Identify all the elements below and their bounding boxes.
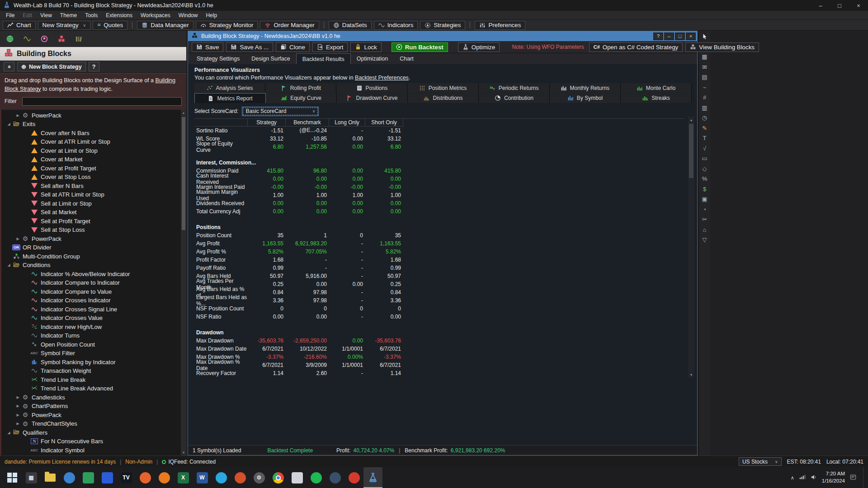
clone-button[interactable]: Clone <box>276 42 310 52</box>
tab-design-surface[interactable]: Design Surface <box>245 54 296 64</box>
tree-item-indicator-new-high-low[interactable]: Indicator new High/Low <box>1 323 181 332</box>
window-close-button[interactable]: × <box>686 33 696 40</box>
expander-expanded-icon[interactable]: ◢ <box>6 431 12 435</box>
scroll-down-icon[interactable]: ▼ <box>688 371 694 378</box>
tree-item-logical-invert[interactable]: Logical Invert <box>1 455 181 455</box>
strategies-head-icon[interactable] <box>41 35 48 42</box>
menu-file[interactable]: File <box>2 11 19 19</box>
visualizer-tab-positions[interactable]: Positions <box>336 83 407 93</box>
tree-item-trend-line-break[interactable]: Trend Line Break <box>1 375 181 385</box>
grid-icon[interactable]: ▦ <box>700 52 709 61</box>
tree-item-multi-condition-group[interactable]: Multi-Condition Group <box>1 252 181 261</box>
menu-theme[interactable]: Theme <box>56 11 81 19</box>
expander-expanded-icon[interactable]: ◢ <box>6 263 12 267</box>
scorecard-select[interactable]: Basic ScoreCard ∨ <box>242 107 319 116</box>
tree-item-chartpatterns[interactable]: ▶⚙ChartPatterns <box>1 402 181 411</box>
visualizer-tab-drawdown-curve[interactable]: Drawdown Curve <box>337 93 408 103</box>
pencil-icon[interactable]: ✎ <box>700 124 709 132</box>
tree-item-trendchartstyles[interactable]: ▶⚙TrendChartStyles <box>1 419 181 428</box>
tree-item-indicator-compare-to-indicator[interactable]: Indicator Compare to Indicator <box>1 278 181 287</box>
taskbar-app-app-green-grid[interactable] <box>79 467 98 488</box>
taskbar-app-brave[interactable] <box>136 467 155 488</box>
network-icon[interactable] <box>799 474 806 482</box>
menu-window[interactable]: Window <box>175 11 202 19</box>
triangle-icon[interactable]: ▽ <box>700 235 709 244</box>
tree-item-or-divider[interactable]: OROR Divider <box>1 243 181 252</box>
taskbar-app-app-orange-circle[interactable] <box>231 467 250 488</box>
mail-icon[interactable]: ✉ <box>700 63 709 71</box>
expander-collapsed-icon[interactable]: ▶ <box>15 395 21 399</box>
tree-item-indicator-above-below-indicator[interactable]: Indicator % Above/Below Indicator <box>1 270 181 279</box>
library-books-icon[interactable] <box>75 35 82 42</box>
tree-item-symbol-filter[interactable]: ABCSymbol Filter <box>1 349 181 358</box>
tree-item-cover-after-n-bars[interactable]: Cover after N Bars <box>1 129 181 138</box>
tree-item-indicator-crosses-indicator[interactable]: Indicator Crosses Indicator <box>1 296 181 305</box>
datasets-globe-icon[interactable] <box>6 35 14 42</box>
tray-expand-icon[interactable]: ∧ <box>791 475 794 481</box>
diamond-icon[interactable]: ◇ <box>700 164 709 173</box>
taskbar-app-steam[interactable] <box>326 467 344 488</box>
notification-center-icon[interactable] <box>850 474 856 482</box>
minimize-button[interactable]: – <box>811 0 830 11</box>
hash-icon[interactable]: # <box>700 93 709 102</box>
scissors-icon[interactable]: ✂ <box>700 215 709 224</box>
filter-input[interactable] <box>22 97 182 106</box>
view-building-blocks-button[interactable]: View Building Blocks <box>685 42 759 52</box>
menu-help[interactable]: Help <box>202 11 221 19</box>
collapse-all-button[interactable]: » <box>4 62 14 71</box>
toolbar-datasets-button[interactable]: DataSets <box>329 21 372 30</box>
scroll-up-icon[interactable]: ▲ <box>688 117 694 123</box>
tree-item-sell-at-profit-target[interactable]: Sell at Profit Target <box>1 217 181 226</box>
open-as-c-coded-strategy-button[interactable]: C#Open as C# Coded Strategy <box>589 42 683 52</box>
taskbar-app-file-explorer[interactable] <box>41 467 60 488</box>
pointer-icon[interactable] <box>700 32 709 41</box>
dollar-icon[interactable]: $ <box>700 185 709 193</box>
taskbar-app-spotify[interactable] <box>307 467 326 488</box>
tree-item-cover-at-stop-loss[interactable]: Cover at Stop Loss <box>1 173 181 182</box>
taskbar-clock[interactable]: 7:20 AM 1/16/2024 <box>822 470 845 484</box>
tree-item-cover-at-market[interactable]: Cover at Market <box>1 155 181 164</box>
tab-chart[interactable]: Chart <box>394 54 420 64</box>
grid2-icon[interactable]: ▣ <box>700 195 709 203</box>
visualizer-tab-analysis-series[interactable]: Analysis Series <box>194 83 265 93</box>
taskbar-app-app-red-circle[interactable] <box>344 467 363 488</box>
visualizer-tab-metrics-report[interactable]: Metrics Report <box>194 93 266 103</box>
taskbar-app-tradingview[interactable]: TV <box>117 467 136 488</box>
visualizer-tab-rolling-profit[interactable]: Rolling Profit <box>265 83 336 93</box>
tree-item-sell-after-n-bars[interactable]: Sell after N Bars <box>1 182 181 191</box>
tab-optimization[interactable]: Optimization <box>351 54 394 64</box>
taskbar-app-firefox[interactable] <box>155 467 174 488</box>
toolbar-preferences-button[interactable]: Preferences <box>475 21 525 30</box>
expander-expanded-icon[interactable]: ◢ <box>6 122 12 126</box>
save-as-button[interactable]: Save As ... <box>226 42 273 52</box>
tab-strategy-settings[interactable]: Strategy Settings <box>191 54 245 64</box>
expander-collapsed-icon[interactable]: ▶ <box>15 404 21 408</box>
new-block-strategy-button[interactable]: ⊕ New Block Strategy <box>17 62 86 71</box>
indicators-wave-icon[interactable] <box>24 35 31 42</box>
visualizer-tab-monthly-returns[interactable]: Monthly Returns <box>550 83 621 93</box>
market-select[interactable]: US Stocks ∨ <box>739 457 782 466</box>
menu-workspaces[interactable]: Workspaces <box>137 11 175 19</box>
menu-view[interactable]: View <box>36 11 56 19</box>
optimize-button[interactable]: Optimize <box>458 42 500 52</box>
save-button[interactable]: Save <box>192 42 223 52</box>
document-icon[interactable]: ▥ <box>700 103 709 112</box>
percent-icon[interactable]: % <box>700 174 709 183</box>
scrollbar-thumb[interactable] <box>689 124 693 178</box>
taskbar-app-excel[interactable]: X <box>174 467 193 488</box>
scroll-down-icon[interactable]: ▼ <box>181 450 186 455</box>
tree-item-indicator-crosses-value[interactable]: Indicator Crosses Value <box>1 314 181 323</box>
metrics-scrollbar[interactable]: ▲ ▼ <box>688 117 694 378</box>
toolbar-quotes-button[interactable]: “Quotes <box>93 21 127 30</box>
menu-edit[interactable]: Edit <box>19 11 36 19</box>
visualizer-tab-monte-carlo[interactable]: Monte Carlo <box>621 83 692 93</box>
visualizer-tab-position-metrics[interactable]: Position Metrics <box>407 83 478 93</box>
tree-item-qualifiers[interactable]: ◢Qualifiers <box>1 428 181 437</box>
scroll-up-icon[interactable]: ▲ <box>181 110 186 116</box>
tree-item-indicator-turns[interactable]: Indicator Turns <box>1 331 181 340</box>
window-minimize-button[interactable]: – <box>664 33 674 40</box>
tree-item-for-n-consecutive-bars[interactable]: NFor N Consecutive Bars <box>1 437 181 446</box>
table-icon[interactable]: ▤ <box>700 73 709 81</box>
taskbar-app-chrome[interactable] <box>269 467 288 488</box>
taskbar-app-photos[interactable] <box>288 467 307 488</box>
